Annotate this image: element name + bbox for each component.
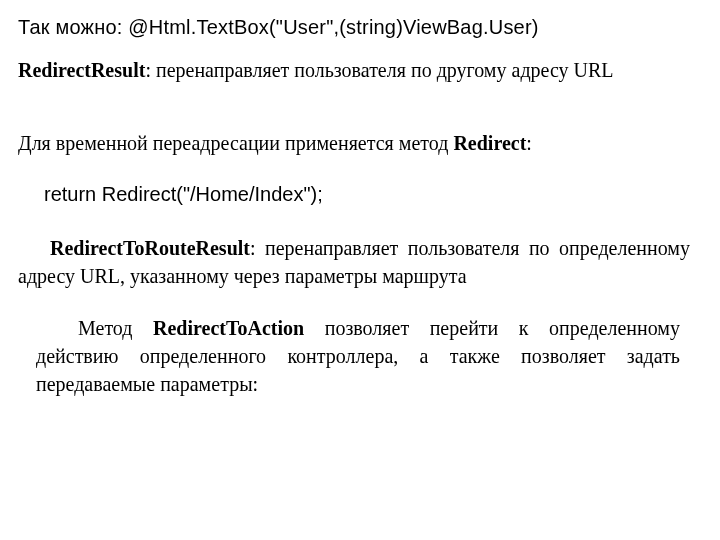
redirect-to-action-paragraph: Метод RedirectToAction позволяет перейти… xyxy=(18,314,690,398)
spacer xyxy=(18,102,690,130)
intro-code: @Html.TextBox("User",(string)ViewBag.Use… xyxy=(128,16,538,38)
code-redirect-example: return Redirect("/Home/Index"); xyxy=(18,183,690,206)
redirect-result-text: : перенаправляет пользователя по другому… xyxy=(145,59,613,81)
route-result-term: RedirectToRouteResult xyxy=(50,237,250,259)
redirect-method-paragraph: Для временной переадресации применяется … xyxy=(18,130,690,157)
action-bold: RedirectToAction xyxy=(153,317,304,339)
redirect-result-term: RedirectResult xyxy=(18,59,145,81)
redirect-prefix: Для временной переадресации применяется … xyxy=(18,132,453,154)
redirect-to-route-paragraph: RedirectToRouteResult: перенаправляет по… xyxy=(18,234,690,290)
action-prefix: Метод xyxy=(78,317,153,339)
redirect-suffix: : xyxy=(526,132,532,154)
intro-prefix: Так можно: xyxy=(18,16,128,38)
redirect-result-paragraph: RedirectResult: перенаправляет пользоват… xyxy=(18,57,690,84)
redirect-bold: Redirect xyxy=(453,132,526,154)
intro-line: Так можно: @Html.TextBox("User",(string)… xyxy=(18,16,690,39)
